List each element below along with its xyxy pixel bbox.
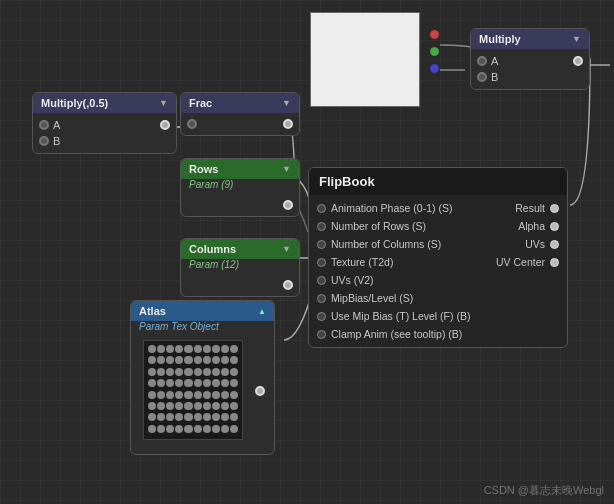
flipbook-left-mip: MipBias/Level (S) [317, 292, 413, 304]
label-mip: MipBias/Level (S) [331, 292, 413, 304]
label-anim: Animation Phase (0-1) (S) [331, 202, 452, 214]
flipbook-row-rows: Number of Rows (S) Alpha [309, 217, 567, 235]
dropdown-arrow-icon[interactable]: ▼ [572, 34, 581, 44]
rows-pin-row [181, 198, 299, 212]
flipbook-row-mip: MipBias/Level (S) [309, 289, 567, 307]
columns-pin-row [181, 278, 299, 292]
node-columns: Columns ▼ Param (12) [180, 238, 300, 297]
texture-preview-white [310, 12, 420, 107]
columns-pin-output[interactable] [283, 280, 293, 290]
pin-alpha-output[interactable] [550, 222, 559, 231]
pin-anim-input[interactable] [317, 204, 326, 213]
node-columns-header[interactable]: Columns ▼ [181, 239, 299, 259]
flipbook-row-clamp: Clamp Anim (see tooltip) (B) [309, 325, 567, 343]
pin-uvs-output[interactable] [550, 240, 559, 249]
node-atlas-title: Atlas [139, 305, 166, 317]
flipbook-left-tex: Texture (T2d) [317, 256, 393, 268]
pin-b-l-input[interactable] [39, 136, 49, 146]
node-multiply-l-header[interactable]: Multiply(,0.5) ▼ [33, 93, 176, 113]
color-pin-blue [430, 64, 439, 73]
label-usemip: Use Mip Bias (T) Level (F) (B) [331, 310, 470, 322]
rows-pin-output[interactable] [283, 200, 293, 210]
label-alpha: Alpha [518, 220, 545, 232]
color-pin-green [430, 47, 439, 56]
flipbook-right-uvs: UVs [525, 238, 559, 250]
node-frac-header[interactable]: Frac ▼ [181, 93, 299, 113]
flipbook-left-anim: Animation Phase (0-1) (S) [317, 202, 452, 214]
dropdown-arrow-frac[interactable]: ▼ [282, 98, 291, 108]
flipbook-row-tex: Texture (T2d) UV Center [309, 253, 567, 271]
node-multiply-l-body: A B [33, 113, 176, 153]
pin-a-input[interactable] [477, 56, 487, 66]
node-frac: Frac ▼ [180, 92, 300, 136]
pin-row-a: A [471, 53, 589, 69]
pin-b-label: B [491, 71, 498, 83]
dropdown-arrow-rows[interactable]: ▼ [282, 164, 291, 174]
pin-uvs2-input[interactable] [317, 276, 326, 285]
pin-a-l-input[interactable] [39, 120, 49, 130]
dropdown-arrow-columns[interactable]: ▼ [282, 244, 291, 254]
pin-clamp-input[interactable] [317, 330, 326, 339]
frac-pin-row [181, 117, 299, 131]
pin-usemip-input[interactable] [317, 312, 326, 321]
atlas-texture-preview [143, 340, 243, 440]
pin-a-label: A [491, 55, 498, 67]
label-result: Result [515, 202, 545, 214]
pin-rows-input[interactable] [317, 222, 326, 231]
node-multiply-tr-header[interactable]: Multiply ▼ [471, 29, 589, 49]
node-frac-title: Frac [189, 97, 212, 109]
node-flipbook-title: FlipBook [319, 174, 375, 189]
node-multiply-topright: Multiply ▼ A B [470, 28, 590, 90]
pin-b-input[interactable] [477, 72, 487, 82]
node-columns-subtitle: Param (12) [181, 259, 299, 274]
dropdown-arrow-icon-l[interactable]: ▼ [159, 98, 168, 108]
pin-b-l-label: B [53, 135, 60, 147]
node-rows-header[interactable]: Rows ▼ [181, 159, 299, 179]
frac-pin-input[interactable] [187, 119, 197, 129]
pin-output-l[interactable] [160, 120, 170, 130]
label-rows: Number of Rows (S) [331, 220, 426, 232]
flipbook-left-rows: Number of Rows (S) [317, 220, 426, 232]
flipbook-row-usemip: Use Mip Bias (T) Level (F) (B) [309, 307, 567, 325]
node-columns-title: Columns [189, 243, 236, 255]
flipbook-left-uvs2: UVs (V2) [317, 274, 374, 286]
node-rows-body [181, 194, 299, 216]
node-frac-body [181, 113, 299, 135]
node-columns-body [181, 274, 299, 296]
node-flipbook-body: Animation Phase (0-1) (S) Result Number … [309, 195, 567, 347]
pin-uvcenter-output[interactable] [550, 258, 559, 267]
frac-pin-output[interactable] [283, 119, 293, 129]
node-flipbook: FlipBook Animation Phase (0-1) (S) Resul… [308, 167, 568, 348]
node-atlas: Atlas ▲ Param Tex Object [130, 300, 275, 455]
label-clamp: Clamp Anim (see tooltip) (B) [331, 328, 462, 340]
pin-output[interactable] [573, 56, 583, 66]
dropdown-arrow-atlas[interactable]: ▲ [258, 307, 266, 316]
flipbook-right-result: Result [515, 202, 559, 214]
flipbook-right-uvcenter: UV Center [496, 256, 559, 268]
node-multiply-tr-title: Multiply [479, 33, 521, 45]
node-rows-subtitle: Param (9) [181, 179, 299, 194]
node-atlas-subtitle: Param Tex Object [131, 321, 274, 336]
atlas-pin-output[interactable] [255, 386, 265, 396]
flipbook-row-anim: Animation Phase (0-1) (S) Result [309, 199, 567, 217]
label-cols: Number of Columns (S) [331, 238, 441, 250]
node-rows-title: Rows [189, 163, 218, 175]
node-flipbook-header[interactable]: FlipBook [309, 168, 567, 195]
label-tex: Texture (T2d) [331, 256, 393, 268]
pin-tex-input[interactable] [317, 258, 326, 267]
label-uvs2: UVs (V2) [331, 274, 374, 286]
label-uvcenter: UV Center [496, 256, 545, 268]
pin-result-output[interactable] [550, 204, 559, 213]
flipbook-left-cols: Number of Columns (S) [317, 238, 441, 250]
node-multiply-tr-body: A B [471, 49, 589, 89]
pin-mip-input[interactable] [317, 294, 326, 303]
watermark-text: CSDN @暮志未晚Webgl [484, 483, 604, 498]
node-atlas-header[interactable]: Atlas ▲ [131, 301, 274, 321]
label-uvs: UVs [525, 238, 545, 250]
node-multiply-left: Multiply(,0.5) ▼ A B [32, 92, 177, 154]
node-rows: Rows ▼ Param (9) [180, 158, 300, 217]
flipbook-right-alpha: Alpha [518, 220, 559, 232]
pin-a-l-label: A [53, 119, 60, 131]
pin-row-b-l: B [33, 133, 176, 149]
pin-cols-input[interactable] [317, 240, 326, 249]
